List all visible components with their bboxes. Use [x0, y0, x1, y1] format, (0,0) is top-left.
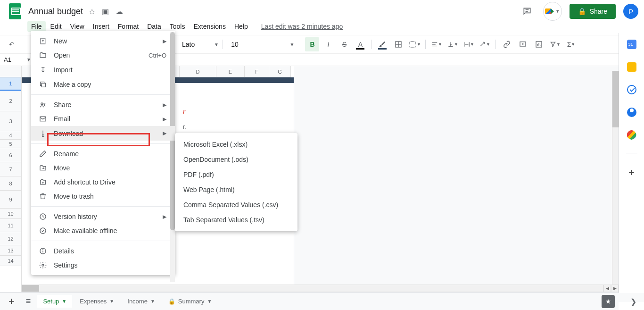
- tasks-icon[interactable]: [627, 85, 636, 94]
- sheet-tab-setup[interactable]: Setup▼: [37, 295, 72, 308]
- star-icon[interactable]: ☆: [89, 7, 95, 16]
- col-header-e[interactable]: E: [216, 66, 245, 77]
- filter-button[interactable]: ▼: [548, 37, 562, 51]
- fill-color-button[interactable]: [375, 37, 389, 51]
- row-header-14[interactable]: 14: [0, 256, 21, 266]
- menu-item-download[interactable]: ⭳Download▶: [31, 126, 175, 141]
- text-color-button[interactable]: A: [353, 37, 367, 51]
- undo-button[interactable]: ↶: [5, 37, 19, 51]
- borders-button[interactable]: [391, 37, 405, 51]
- download-xlsx[interactable]: Microsoft Excel (.xlsx): [175, 137, 297, 152]
- row-header-1[interactable]: 1: [0, 77, 21, 91]
- row-header-11[interactable]: 11: [0, 219, 21, 232]
- meet-button[interactable]: ▼: [543, 2, 562, 21]
- sheet-tab-summary[interactable]: 🔒Summary▼: [163, 295, 218, 308]
- last-edit-link[interactable]: Last edit was 2 minutes ago: [261, 23, 343, 30]
- download-html[interactable]: Web Page (.html): [175, 182, 297, 197]
- col-header-d[interactable]: D: [180, 66, 216, 77]
- col-header-g[interactable]: G: [269, 66, 291, 77]
- functions-button[interactable]: Σ▼: [564, 37, 578, 51]
- strikethrough-button[interactable]: S: [337, 37, 351, 51]
- explore-button[interactable]: [602, 295, 615, 308]
- menu-format[interactable]: Format: [114, 21, 142, 32]
- menu-item-version-history[interactable]: Version history▶: [31, 209, 175, 224]
- row-header-2[interactable]: 2: [0, 91, 21, 111]
- download-csv[interactable]: Comma Separated Values (.csv): [175, 197, 297, 212]
- menu-item-make-copy[interactable]: Make a copy: [31, 77, 175, 92]
- move-folder-icon[interactable]: ▣: [102, 7, 109, 16]
- hide-side-panel-button[interactable]: ❯: [630, 297, 636, 306]
- menu-item-move[interactable]: Move: [31, 161, 175, 175]
- menu-view[interactable]: View: [66, 21, 88, 32]
- menu-item-trash[interactable]: Move to trash: [31, 189, 175, 203]
- menu-item-rename[interactable]: Rename: [31, 147, 175, 161]
- menu-tools[interactable]: Tools: [166, 21, 189, 32]
- italic-button[interactable]: I: [321, 37, 335, 51]
- menu-item-offline[interactable]: Make available offline: [31, 224, 175, 238]
- download-ods[interactable]: OpenDocument (.ods): [175, 152, 297, 167]
- calendar-icon[interactable]: [627, 40, 636, 49]
- row-header-4[interactable]: 4: [0, 131, 21, 140]
- row-header-8[interactable]: 8: [0, 176, 21, 191]
- sheet-tab-income[interactable]: Income▼: [122, 295, 161, 308]
- row-header-7[interactable]: 7: [0, 162, 21, 176]
- menu-item-details[interactable]: Details: [31, 244, 175, 258]
- menu-extensions[interactable]: Extensions: [190, 21, 229, 32]
- download-pdf[interactable]: PDF (.pdf): [175, 167, 297, 182]
- maps-icon[interactable]: [627, 130, 636, 140]
- menu-item-add-shortcut[interactable]: Add shortcut to Drive: [31, 175, 175, 189]
- col-header-f[interactable]: F: [245, 66, 269, 77]
- sheet-tab-expenses[interactable]: Expenses▼: [74, 295, 120, 308]
- vertical-align-button[interactable]: ▼: [446, 37, 460, 51]
- sheets-logo[interactable]: [6, 2, 25, 21]
- row-header-12[interactable]: 12: [0, 232, 21, 245]
- horizontal-align-button[interactable]: ▼: [429, 37, 444, 51]
- document-title[interactable]: Annual budget: [28, 7, 83, 17]
- keep-icon[interactable]: [627, 62, 636, 72]
- text-rotation-button[interactable]: ▼: [478, 37, 492, 51]
- account-avatar[interactable]: P: [623, 4, 638, 19]
- menu-item-open[interactable]: OpenCtrl+O: [31, 48, 175, 62]
- all-sheets-button[interactable]: ≡: [21, 296, 36, 306]
- name-box[interactable]: A1: [4, 56, 25, 63]
- vertical-scrollbar[interactable]: [612, 71, 619, 285]
- row-header-13[interactable]: 13: [0, 245, 21, 256]
- menu-item-new[interactable]: New▶: [31, 34, 175, 48]
- download-tsv[interactable]: Tab Separated Values (.tsv): [175, 212, 297, 227]
- row-headers: 1 2 3 4 5 6 7 8 9 10 11 12 13 14: [0, 66, 22, 302]
- cloud-status-icon[interactable]: ☁: [116, 7, 123, 16]
- bold-button[interactable]: B: [305, 37, 319, 51]
- row-header-5[interactable]: 5: [0, 140, 21, 148]
- menu-item-share[interactable]: Share▶: [31, 98, 175, 112]
- text-wrap-button[interactable]: ▼: [462, 37, 476, 51]
- add-sheet-button[interactable]: +: [4, 295, 19, 308]
- download-submenu: Microsoft Excel (.xlsx) OpenDocument (.o…: [175, 133, 297, 231]
- comments-icon[interactable]: [519, 3, 536, 20]
- insert-chart-button[interactable]: [532, 37, 546, 51]
- horizontal-scrollbar[interactable]: ◀ ▶: [22, 285, 619, 292]
- row-header-3[interactable]: 3: [0, 111, 21, 131]
- insert-comment-button[interactable]: [516, 37, 530, 51]
- contacts-icon[interactable]: [627, 108, 636, 117]
- select-all-corner[interactable]: [0, 66, 21, 77]
- row-header-9[interactable]: 9: [0, 191, 21, 209]
- menu-item-email[interactable]: Email▶: [31, 112, 175, 126]
- menu-help[interactable]: Help: [231, 21, 252, 32]
- menu-insert[interactable]: Insert: [89, 21, 113, 32]
- name-box-dropdown-icon[interactable]: ▼: [26, 57, 31, 62]
- menu-item-settings[interactable]: Settings: [31, 258, 175, 272]
- menu-item-import[interactable]: ↧Import: [31, 62, 175, 77]
- share-button[interactable]: 🔒Share: [570, 4, 616, 19]
- merge-cells-button[interactable]: ▼: [407, 37, 421, 51]
- row-header-10[interactable]: 10: [0, 209, 21, 219]
- open-icon: [38, 51, 48, 59]
- insert-link-button[interactable]: [500, 37, 514, 51]
- get-addons-button[interactable]: +: [628, 167, 635, 179]
- move-icon: [38, 164, 48, 172]
- font-family-selector[interactable]: Lato▼: [180, 41, 219, 48]
- menu-edit[interactable]: Edit: [47, 21, 66, 32]
- menu-data[interactable]: Data: [143, 21, 165, 32]
- menu-file[interactable]: File: [27, 21, 46, 32]
- font-size-input[interactable]: 10: [227, 41, 243, 48]
- row-header-6[interactable]: 6: [0, 148, 21, 162]
